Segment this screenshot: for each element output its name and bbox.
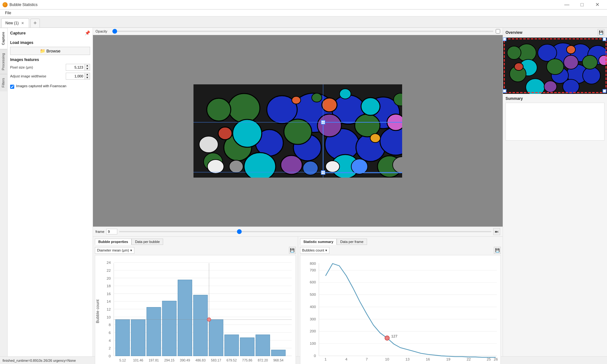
- adjust-width-up[interactable]: ▲: [85, 73, 90, 76]
- svg-point-155: [567, 46, 575, 54]
- svg-text:400: 400: [310, 305, 316, 309]
- opacity-checkbox[interactable]: [496, 29, 500, 33]
- sidebar-item-filters[interactable]: Filters: [0, 74, 7, 91]
- pixel-size-field[interactable]: 5,123: [66, 64, 85, 71]
- svg-text:197.81: 197.81: [149, 358, 159, 362]
- title-bar: Bubble Statistics — □ ✕: [0, 0, 607, 9]
- file-menu[interactable]: File: [3, 10, 14, 16]
- svg-text:12: 12: [107, 307, 111, 311]
- tab-data-per-frame[interactable]: Data per frame: [337, 239, 367, 245]
- svg-text:200: 200: [310, 329, 316, 333]
- pixel-size-down[interactable]: ▼: [85, 67, 90, 70]
- frame-slider[interactable]: [119, 231, 491, 232]
- svg-text:14: 14: [107, 299, 111, 303]
- tab-label: New (1): [5, 21, 19, 25]
- svg-text:10: 10: [385, 357, 389, 361]
- minimize-button[interactable]: —: [560, 0, 574, 9]
- diameter-dropdown[interactable]: Diameter mean (μm) ▾: [95, 247, 134, 254]
- svg-text:101.46: 101.46: [133, 358, 143, 362]
- svg-text:24: 24: [107, 260, 111, 264]
- bubble-image-svg: [193, 84, 402, 178]
- svg-point-36: [207, 160, 224, 173]
- bubbles-count-dropdown[interactable]: Bubbles count ▾: [300, 247, 330, 254]
- pixel-size-row: Pixel size (μm) 5,123 ▲ ▼: [10, 64, 90, 71]
- bubble-props-controls: Diameter mean (μm) ▾ 💾: [95, 247, 296, 254]
- svg-rect-158: [503, 38, 506, 41]
- svg-text:22: 22: [107, 268, 111, 272]
- left-panel: Capture 📌 Load images 📁 Browse Images fe…: [8, 28, 93, 356]
- adjust-width-field[interactable]: 1,000: [66, 73, 85, 80]
- tab-data-per-bubble[interactable]: Data per bubble: [132, 239, 163, 245]
- folder-icon: 📁: [40, 48, 45, 53]
- tab-statistic-summary[interactable]: Statistic summary: [300, 239, 337, 245]
- active-tab[interactable]: New (1) ✕: [1, 18, 29, 27]
- foamscan-checkbox[interactable]: [10, 85, 14, 89]
- pixel-size-input[interactable]: 5,123 ▲ ▼: [66, 64, 90, 71]
- summary-section: Summary: [503, 94, 607, 356]
- foamscan-row: Images captured with Foamscan: [10, 84, 90, 89]
- svg-point-20: [317, 114, 341, 137]
- bubble-properties-panel: Bubble properties Data per bubble Diamet…: [93, 237, 298, 356]
- svg-text:127: 127: [391, 334, 397, 338]
- svg-text:16: 16: [426, 357, 430, 361]
- app-title: Bubble Statistics: [9, 3, 38, 7]
- svg-rect-72: [240, 338, 254, 356]
- svg-point-32: [312, 93, 322, 102]
- svg-text:4: 4: [345, 357, 347, 361]
- tab-bubble-properties[interactable]: Bubble properties: [95, 239, 132, 245]
- overview-save-button[interactable]: 💾: [598, 29, 604, 36]
- svg-text:20: 20: [107, 276, 111, 280]
- adjust-width-input[interactable]: 1,000 ▲ ▼: [66, 73, 90, 80]
- close-button[interactable]: ✕: [590, 0, 604, 9]
- maximize-button[interactable]: □: [575, 0, 589, 9]
- svg-point-11: [207, 98, 231, 121]
- adjust-width-row: Adjust image widthwise 1,000 ▲ ▼: [10, 73, 90, 80]
- opacity-bar: Opacity: [93, 28, 503, 35]
- panel-header: Capture 📌: [10, 30, 90, 35]
- new-tab-button[interactable]: +: [30, 19, 40, 27]
- svg-text:800: 800: [310, 261, 316, 265]
- main-layout: Capture Processing Filters Capture 📌 Loa…: [0, 28, 607, 356]
- adjust-width-down[interactable]: ▼: [85, 76, 90, 79]
- pixel-size-label: Pixel size (μm): [10, 65, 33, 69]
- frame-end-button[interactable]: ⏭: [493, 228, 500, 235]
- pixel-size-up[interactable]: ▲: [85, 64, 90, 67]
- svg-text:968.54: 968.54: [273, 358, 283, 362]
- browse-button[interactable]: 📁 Browse: [10, 47, 90, 55]
- svg-text:22: 22: [467, 357, 471, 361]
- svg-point-15: [355, 114, 380, 137]
- browse-label: Browse: [46, 49, 60, 53]
- svg-text:700: 700: [310, 268, 316, 272]
- images-features-label: Images features: [10, 58, 90, 62]
- pixel-size-spinner: ▲ ▼: [85, 64, 90, 71]
- right-chart-save-button[interactable]: 💾: [494, 247, 501, 254]
- frame-input[interactable]: 9: [106, 229, 117, 234]
- svg-rect-65: [131, 319, 145, 356]
- svg-text:8: 8: [109, 323, 111, 327]
- opacity-slider[interactable]: [112, 31, 493, 32]
- sidebar-item-processing[interactable]: Processing: [0, 49, 7, 74]
- svg-text:679.52: 679.52: [227, 358, 237, 362]
- adjust-width-spinner: ▲ ▼: [85, 73, 90, 80]
- app-icon: [3, 2, 8, 7]
- left-chart-save-button[interactable]: 💾: [289, 247, 296, 254]
- summary-content: [506, 103, 604, 141]
- svg-text:390.49: 390.49: [180, 358, 190, 362]
- status-text: finished_runtime=0.8910s 26/26 urgency=N…: [3, 359, 76, 362]
- svg-point-28: [351, 159, 368, 174]
- panel-pin-button[interactable]: 📌: [85, 30, 90, 35]
- bubbles-count-arrow-icon: ▾: [325, 248, 327, 252]
- svg-rect-74: [271, 350, 285, 356]
- svg-text:19: 19: [446, 357, 450, 361]
- svg-text:18: 18: [107, 284, 111, 288]
- bubbles-count-label: Bubbles count: [302, 248, 324, 252]
- svg-text:16: 16: [107, 292, 111, 296]
- tab-close-button[interactable]: ✕: [20, 21, 25, 26]
- svg-rect-68: [178, 280, 192, 356]
- svg-text:7: 7: [365, 357, 368, 361]
- frame-label: frame: [95, 230, 104, 234]
- svg-rect-69: [193, 295, 208, 356]
- sidebar-item-capture[interactable]: Capture: [0, 28, 7, 49]
- svg-point-153: [544, 81, 557, 92]
- svg-text:25: 25: [487, 357, 491, 361]
